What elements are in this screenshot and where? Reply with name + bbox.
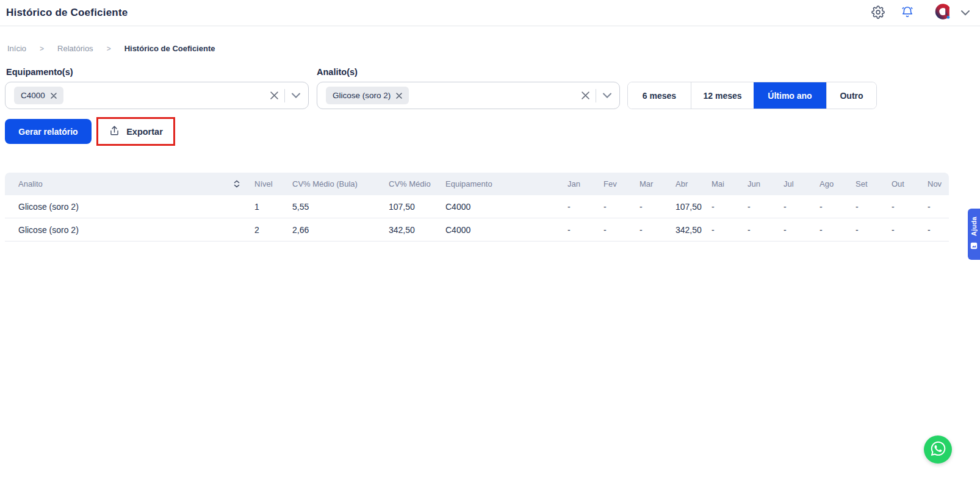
column-header-jan: Jan	[553, 173, 589, 195]
clear-selection-icon[interactable]	[270, 91, 278, 99]
export-button[interactable]: Exportar	[98, 119, 173, 144]
breadcrumb-home[interactable]: Início	[7, 44, 26, 53]
cell-out: -	[877, 218, 913, 242]
cell-jun: -	[733, 195, 769, 218]
column-header-jul: Jul	[769, 173, 805, 195]
upload-icon	[109, 125, 120, 138]
breadcrumb-separator: >	[107, 45, 111, 53]
cell-abr: 107,50	[661, 195, 697, 218]
cell-analito: Glicose (soro 2)	[5, 195, 246, 218]
cell-mai: -	[697, 195, 733, 218]
cell-out: -	[877, 195, 913, 218]
cell-fev: -	[589, 218, 625, 242]
breadcrumb-separator: >	[40, 45, 44, 53]
top-bar-actions	[871, 2, 970, 23]
cell-cv-medio: 107,50	[380, 195, 437, 218]
coefficient-history-page: { "header": { "title": "Histórico de Coe…	[0, 0, 980, 480]
column-header-nov: Nov	[913, 173, 949, 195]
chip-remove-icon[interactable]	[396, 93, 402, 99]
cell-abr: 342,50	[661, 218, 697, 242]
period-other[interactable]: Outro	[826, 82, 876, 109]
column-header-jun: Jun	[733, 173, 769, 195]
brand-logo	[934, 2, 952, 23]
cell-jul: -	[769, 195, 805, 218]
equipment-select-controls	[270, 89, 301, 102]
export-highlight-annotation: Exportar	[96, 117, 175, 146]
clear-selection-icon[interactable]	[582, 91, 589, 99]
column-header-mai: Mai	[697, 173, 733, 195]
equipment-chip: C4000	[14, 87, 63, 104]
notifications-button[interactable]	[901, 5, 914, 21]
cell-mar: -	[625, 195, 661, 218]
column-header-analito[interactable]: Analito	[5, 173, 246, 195]
analyte-select-controls	[582, 89, 612, 102]
cell-jan: -	[553, 195, 589, 218]
period-6-months[interactable]: 6 meses	[628, 82, 691, 109]
analyte-label: Analito(s)	[317, 67, 358, 77]
column-header-out: Out	[877, 173, 913, 195]
cell-nov: -	[913, 195, 949, 218]
help-tab-label: Ajuda	[970, 217, 978, 236]
coefficient-history-table: Analito Nível CV% Médio (Bula) CV% Médio…	[5, 173, 949, 242]
column-header-set: Set	[841, 173, 877, 195]
cell-mai: -	[697, 218, 733, 242]
help-side-tab[interactable]: Ajuda	[968, 209, 980, 260]
page-title: Histórico de Coeficiente	[6, 7, 128, 19]
help-tab-icon	[970, 241, 978, 252]
export-button-label: Exportar	[126, 127, 163, 137]
period-12-months[interactable]: 12 meses	[691, 82, 754, 109]
top-bar: Histórico de Coeficiente	[0, 0, 980, 26]
analyte-chip: Glicose (soro 2)	[326, 87, 409, 104]
cell-jul: -	[769, 218, 805, 242]
column-header-mar: Mar	[625, 173, 661, 195]
cell-analito: Glicose (soro 2)	[5, 218, 246, 242]
account-menu-button[interactable]	[960, 9, 970, 18]
cell-nov: -	[913, 218, 949, 242]
cell-jun: -	[733, 218, 769, 242]
select-chevron-icon[interactable]	[602, 93, 612, 98]
breadcrumb-reports[interactable]: Relatórios	[57, 44, 93, 53]
whatsapp-button[interactable]	[924, 435, 952, 464]
table-row[interactable]: Glicose (soro 2) 2 2,66 342,50 C4000 - -…	[5, 218, 949, 242]
cell-mar: -	[625, 218, 661, 242]
sort-icon[interactable]	[234, 180, 240, 188]
whatsapp-icon	[930, 440, 946, 459]
cell-cv-medio: 342,50	[380, 218, 437, 242]
cell-ago: -	[805, 218, 841, 242]
generate-report-button[interactable]: Gerar relatório	[5, 119, 92, 144]
select-chevron-icon[interactable]	[291, 93, 301, 98]
column-header-fev: Fev	[589, 173, 625, 195]
cell-set: -	[841, 218, 877, 242]
cell-set: -	[841, 195, 877, 218]
chip-remove-icon[interactable]	[51, 93, 57, 99]
column-header-cv-medio: CV% Médio	[380, 173, 437, 195]
column-header-equipamento: Equipamento	[437, 173, 553, 195]
gear-icon	[871, 5, 885, 21]
select-divider	[284, 89, 285, 102]
analyte-chip-label: Glicose (soro 2)	[333, 91, 391, 100]
column-header-cv-bula: CV% Médio (Bula)	[284, 173, 380, 195]
cell-jan: -	[553, 218, 589, 242]
column-header-abr: Abr	[661, 173, 697, 195]
cell-cv-bula: 2,66	[284, 218, 380, 242]
column-header-nivel: Nível	[246, 173, 284, 195]
breadcrumb-current: Histórico de Coeficiente	[124, 44, 215, 53]
period-segmented-control: 6 meses 12 meses Último ano Outro	[627, 82, 877, 109]
period-last-year[interactable]: Último ano	[754, 82, 826, 109]
breadcrumb: Início > Relatórios > Histórico de Coefi…	[7, 44, 215, 53]
select-divider	[596, 89, 596, 102]
cell-equipamento: C4000	[437, 218, 553, 242]
analyte-multiselect[interactable]: Glicose (soro 2)	[317, 82, 620, 109]
chevron-down-icon	[960, 9, 970, 18]
cell-cv-bula: 5,55	[284, 195, 380, 218]
cell-nivel: 1	[246, 195, 284, 218]
bell-icon	[901, 5, 914, 21]
table-row[interactable]: Glicose (soro 2) 1 5,55 107,50 C4000 - -…	[5, 195, 949, 218]
equipment-label: Equipamento(s)	[6, 67, 73, 77]
equipment-multiselect[interactable]: C4000	[5, 82, 309, 109]
equipment-chip-label: C4000	[21, 91, 45, 100]
cell-ago: -	[805, 195, 841, 218]
table-header-row: Analito Nível CV% Médio (Bula) CV% Médio…	[5, 173, 949, 195]
cell-equipamento: C4000	[437, 195, 553, 218]
settings-button[interactable]	[871, 5, 885, 21]
